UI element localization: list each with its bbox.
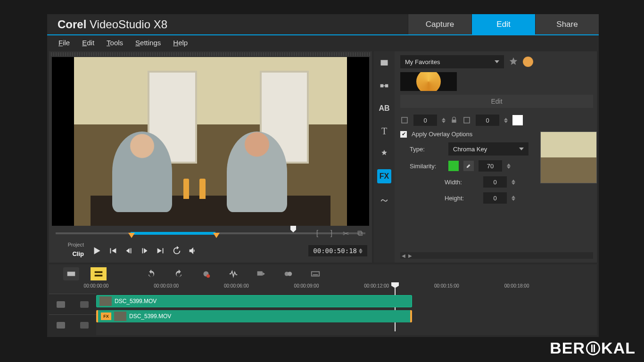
svg-rect-3 (385, 84, 388, 88)
audio-mixer-button[interactable] (225, 267, 241, 280)
type-label: Type: (410, 146, 444, 153)
subtitle-button[interactable] (307, 267, 323, 280)
menu-settings[interactable]: Settings (135, 39, 161, 47)
text-tab-icon[interactable]: T (377, 124, 391, 138)
eyedropper-icon[interactable] (463, 161, 474, 171)
library-category-dropdown[interactable]: My Favorites (400, 55, 504, 68)
scene-prop (183, 179, 190, 199)
panel-grip[interactable] (51, 52, 370, 56)
go-start-button[interactable] (107, 245, 119, 257)
redo-button[interactable] (171, 267, 187, 280)
media-tab-icon[interactable] (377, 56, 391, 70)
timecode-value: 00:00:50:18 (313, 247, 357, 255)
scrub-bar[interactable]: [ ] ✂ ⧉ (53, 228, 368, 239)
spinner[interactable] (507, 164, 511, 169)
scrub-range[interactable] (131, 232, 215, 235)
expand-icon[interactable]: ⧉ (355, 229, 364, 238)
track-headers (49, 294, 96, 335)
svg-point-10 (206, 274, 210, 278)
menu-file[interactable]: File (58, 39, 70, 47)
scrub-playhead[interactable] (290, 226, 296, 232)
batch-convert-button[interactable] (280, 267, 296, 280)
crop-width-value[interactable]: 0 (483, 176, 507, 188)
ruler-tick: 00:00:18:00 (504, 283, 529, 288)
storyboard-view-button[interactable] (63, 267, 79, 280)
options-edit-button[interactable]: Edit (400, 95, 593, 108)
mark-in-handle[interactable] (128, 233, 135, 238)
video-clip[interactable]: DSC_5399.MOV (96, 295, 412, 307)
svg-rect-2 (380, 84, 384, 88)
spinner[interactable] (504, 118, 508, 123)
menu-tools[interactable]: Tools (107, 39, 123, 47)
overlay-type-dropdown[interactable]: Chroma Key (448, 142, 528, 156)
svg-rect-8 (95, 275, 103, 277)
record-button[interactable] (198, 267, 214, 280)
ruler-tick: 00:00:12:00 (364, 283, 389, 288)
cut-icon[interactable]: ✂ (341, 229, 350, 238)
overlay-track-header[interactable] (49, 314, 96, 335)
lock-icon[interactable] (450, 116, 458, 124)
border-icon-2 (462, 116, 471, 124)
menu-bar: File Edit Tools Settings Help (47, 35, 599, 49)
ruler-track: 00:00:00:00 00:00:03:00 00:00:06:00 00:0… (96, 283, 597, 294)
step-fwd-button[interactable] (139, 245, 151, 257)
video-track-header[interactable] (49, 294, 96, 314)
menu-edit[interactable]: Edit (82, 39, 94, 47)
height-label: Height: (445, 195, 479, 202)
tracks-body[interactable]: DSC_5399.MOV FX DSC_5399.MOV (96, 294, 597, 335)
video-frame (74, 57, 347, 226)
step-back-button[interactable] (123, 245, 135, 257)
project-clip-toggle[interactable]: Project Clip (54, 242, 87, 260)
tab-capture[interactable]: Capture (408, 14, 471, 34)
spinner[interactable] (512, 180, 515, 185)
undo-button[interactable] (143, 267, 159, 280)
timecode-spinner[interactable] (359, 248, 363, 254)
main-area: [ ] ✂ ⧉ Project Clip (47, 49, 599, 264)
library-thumbnail[interactable] (400, 72, 457, 91)
volume-button[interactable] (187, 245, 199, 257)
overlay-clip[interactable]: FX DSC_5399.MOV (96, 310, 412, 322)
spinner[interactable] (512, 196, 515, 201)
workflow-tabs: Capture Edit Share (408, 14, 599, 34)
play-button[interactable] (91, 245, 103, 257)
transition-tab-icon[interactable] (377, 79, 391, 93)
fx-badge: FX (101, 313, 111, 320)
mark-out-icon[interactable]: ] (327, 229, 336, 238)
similarity-value[interactable]: 70 (479, 160, 502, 172)
add-favorite-icon[interactable] (508, 56, 519, 67)
title-tab-icon[interactable]: AB (377, 101, 391, 115)
tab-edit[interactable]: Edit (471, 14, 535, 34)
library-side-tabs: AB T FX (374, 51, 395, 263)
preview-panel: [ ] ✂ ⧉ Project Clip (49, 51, 372, 263)
border-color-swatch[interactable] (512, 115, 523, 125)
repeat-button[interactable] (171, 245, 183, 257)
mark-in-icon[interactable]: [ (313, 229, 322, 238)
options-hscroll[interactable]: ◀▶ (400, 252, 593, 259)
chroma-color-swatch[interactable] (448, 161, 459, 171)
auto-music-button[interactable] (253, 267, 269, 280)
fx-tab-icon[interactable]: FX (377, 169, 391, 183)
tab-share[interactable]: Share (535, 14, 599, 34)
go-end-button[interactable] (155, 245, 167, 257)
get-more-icon[interactable] (523, 57, 533, 67)
crop-height-value[interactable]: 0 (483, 192, 507, 204)
timecode-display[interactable]: 00:00:50:18 (308, 245, 367, 256)
svg-rect-0 (381, 61, 388, 66)
mark-out-handle[interactable] (213, 233, 220, 238)
project-label: Project (68, 242, 84, 247)
timeline-panel: 00:00:00:00 00:00:03:00 00:00:06:00 00:0… (49, 264, 597, 335)
spinner[interactable] (442, 118, 446, 123)
timeline-view-button[interactable] (91, 267, 107, 280)
path-tab-icon[interactable] (377, 192, 391, 206)
graphic-tab-icon[interactable] (377, 147, 391, 161)
apply-overlay-checkbox[interactable]: ✔ (400, 131, 407, 138)
preview-video[interactable] (52, 57, 369, 226)
timeline-ruler[interactable]: 00:00:00:00 00:00:03:00 00:00:06:00 00:0… (49, 283, 597, 294)
menu-help[interactable]: Help (173, 39, 188, 47)
border-value-1[interactable]: 0 (413, 115, 437, 126)
product-text: VideoStudio X8 (90, 18, 167, 31)
apply-overlay-label: Apply Overlay Options (412, 131, 472, 138)
clip-filename: DSC_5399.MOV (129, 313, 171, 320)
overlay-preview-thumb[interactable] (540, 132, 597, 183)
border-value-2[interactable]: 0 (476, 115, 499, 126)
